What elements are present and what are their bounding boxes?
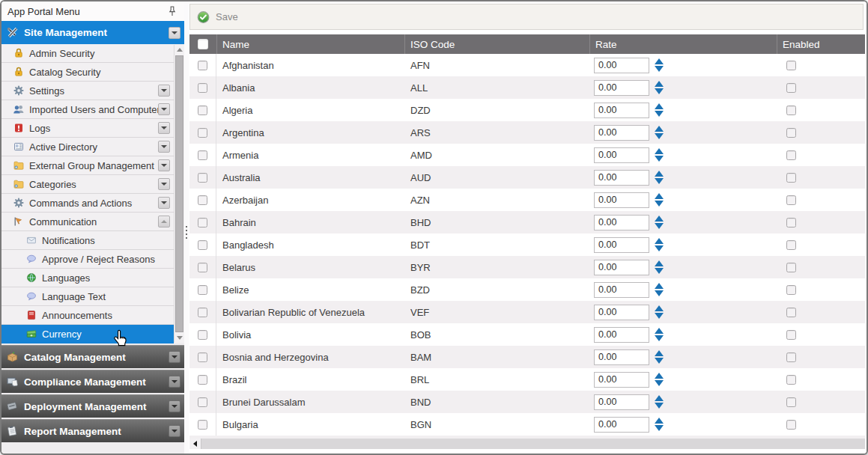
row-checkbox[interactable] [198, 150, 207, 160]
sidebar-section-report-management[interactable]: Report Management [1, 419, 184, 442]
row-checkbox[interactable] [198, 330, 207, 340]
sidebar-item-commands-and-actions[interactable]: Commands and Actions [1, 194, 174, 213]
spinner-down-icon[interactable] [655, 425, 664, 431]
sidebar-scrollbar[interactable] [174, 45, 184, 343]
row-checkbox[interactable] [198, 195, 207, 205]
rate-input[interactable] [594, 192, 649, 208]
spinner-up-icon[interactable] [655, 171, 664, 177]
expand-section-button[interactable] [169, 376, 180, 388]
select-all-checkbox[interactable] [198, 39, 208, 49]
enabled-checkbox[interactable] [786, 330, 796, 340]
sidebar-section-site-management[interactable]: Site Management [1, 21, 184, 44]
enabled-checkbox[interactable] [786, 61, 796, 70]
spinner-down-icon[interactable] [655, 178, 664, 184]
column-header-name[interactable]: Name [216, 34, 404, 54]
enabled-checkbox[interactable] [786, 106, 796, 115]
spinner-down-icon[interactable] [655, 290, 664, 296]
spinner-up-icon[interactable] [655, 81, 664, 87]
enabled-checkbox[interactable] [786, 195, 796, 205]
spinner-down-icon[interactable] [655, 133, 664, 139]
row-checkbox[interactable] [198, 308, 207, 317]
column-header-rate[interactable]: Rate [589, 34, 777, 54]
rate-input[interactable] [594, 147, 649, 163]
sidebar-item-catalog-security[interactable]: Catalog Security [1, 63, 174, 82]
sidebar-item-languages[interactable]: Languages [1, 269, 174, 287]
column-header-iso-code[interactable]: ISO Code [404, 34, 589, 54]
enabled-checkbox[interactable] [786, 308, 796, 317]
row-checkbox[interactable] [198, 61, 207, 70]
spinner-down-icon[interactable] [655, 380, 664, 386]
expand-button[interactable] [158, 197, 170, 209]
rate-input[interactable] [594, 170, 649, 186]
spinner-up-icon[interactable] [655, 305, 664, 311]
sidebar-item-currency[interactable]: Currency [1, 325, 174, 343]
sidebar-item-admin-security[interactable]: Admin Security [1, 44, 174, 63]
save-button[interactable]: Save [197, 10, 238, 23]
enabled-checkbox[interactable] [786, 397, 796, 407]
rate-input[interactable] [594, 305, 649, 320]
rate-input[interactable] [594, 125, 649, 141]
scrollbar-thumb[interactable] [175, 55, 183, 332]
enabled-checkbox[interactable] [786, 83, 796, 93]
sidebar-item-imported-users-and-computers[interactable]: Imported Users and Computers [1, 100, 174, 119]
expand-section-button[interactable] [169, 425, 180, 437]
spinner-down-icon[interactable] [655, 358, 664, 364]
row-checkbox[interactable] [198, 397, 207, 407]
spinner-down-icon[interactable] [655, 268, 664, 274]
sidebar-section-compliance-management[interactable]: Compliance Management [1, 370, 184, 393]
spinner-up-icon[interactable] [655, 328, 664, 334]
sidebar-item-communication[interactable]: Communication [1, 213, 174, 231]
rate-input[interactable] [594, 394, 649, 410]
rate-input[interactable] [594, 327, 649, 343]
enabled-checkbox[interactable] [786, 420, 796, 430]
enabled-checkbox[interactable] [786, 352, 796, 362]
spinner-up-icon[interactable] [655, 395, 664, 401]
rate-input[interactable] [594, 237, 649, 253]
spinner-down-icon[interactable] [655, 111, 664, 117]
enabled-checkbox[interactable] [786, 263, 796, 272]
spinner-up-icon[interactable] [655, 418, 664, 424]
row-checkbox[interactable] [198, 285, 207, 295]
collapse-button[interactable] [158, 216, 170, 228]
expand-section-button[interactable] [169, 351, 180, 363]
spinner-up-icon[interactable] [655, 238, 664, 244]
column-header-enabled[interactable]: Enabled [777, 34, 865, 54]
collapse-section-button[interactable] [169, 27, 180, 39]
rate-input[interactable] [594, 80, 649, 96]
scroll-up-icon[interactable] [174, 45, 184, 55]
row-checkbox[interactable] [198, 106, 207, 115]
row-checkbox[interactable] [198, 240, 207, 250]
sidebar-item-external-group-management[interactable]: External Group Management [1, 156, 174, 175]
spinner-down-icon[interactable] [655, 88, 664, 94]
spinner-down-icon[interactable] [655, 403, 664, 409]
spinner-up-icon[interactable] [655, 216, 664, 222]
row-checkbox[interactable] [198, 83, 207, 93]
enabled-checkbox[interactable] [786, 128, 796, 138]
enabled-checkbox[interactable] [786, 218, 796, 228]
scroll-down-icon[interactable] [174, 333, 184, 343]
expand-button[interactable] [158, 178, 170, 190]
rate-input[interactable] [594, 260, 649, 275]
sidebar-section-catalog-management[interactable]: Catalog Management [1, 345, 184, 368]
rate-input[interactable] [594, 282, 649, 298]
sidebar-item-settings[interactable]: Settings [1, 82, 174, 100]
row-checkbox[interactable] [198, 375, 207, 385]
row-checkbox[interactable] [198, 173, 207, 183]
sidebar-item-language-text[interactable]: Language Text [1, 287, 174, 306]
scroll-left-icon[interactable] [189, 439, 201, 449]
rate-input[interactable] [594, 372, 649, 388]
rate-input[interactable] [594, 417, 649, 433]
spinner-up-icon[interactable] [655, 126, 664, 132]
spinner-down-icon[interactable] [655, 245, 664, 251]
pin-icon[interactable] [166, 5, 178, 17]
expand-button[interactable] [158, 159, 170, 171]
sidebar-item-announcements[interactable]: Announcements [1, 306, 174, 325]
enabled-checkbox[interactable] [786, 285, 796, 295]
expand-button[interactable] [158, 103, 170, 115]
spinner-up-icon[interactable] [655, 373, 664, 379]
row-checkbox[interactable] [198, 420, 207, 430]
horizontal-scrollbar[interactable] [189, 439, 865, 449]
spinner-down-icon[interactable] [655, 201, 664, 207]
spinner-up-icon[interactable] [655, 58, 664, 64]
rate-input[interactable] [594, 58, 649, 73]
